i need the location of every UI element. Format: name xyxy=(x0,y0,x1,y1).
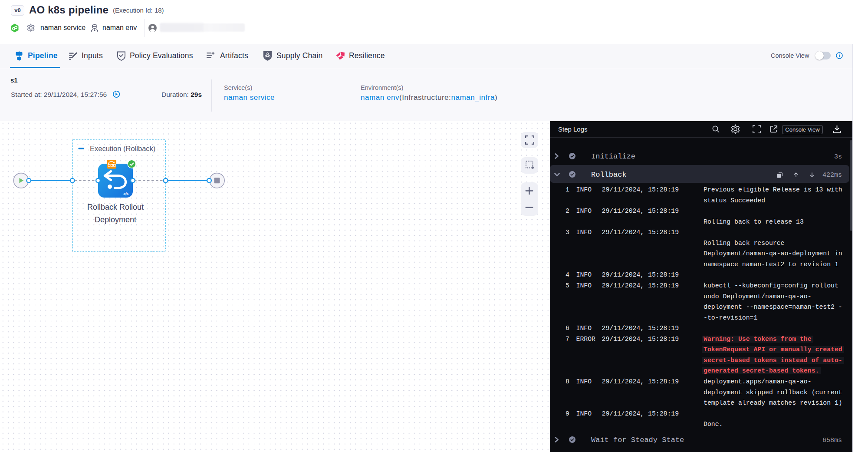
svg-text:</>: </> xyxy=(123,191,129,196)
